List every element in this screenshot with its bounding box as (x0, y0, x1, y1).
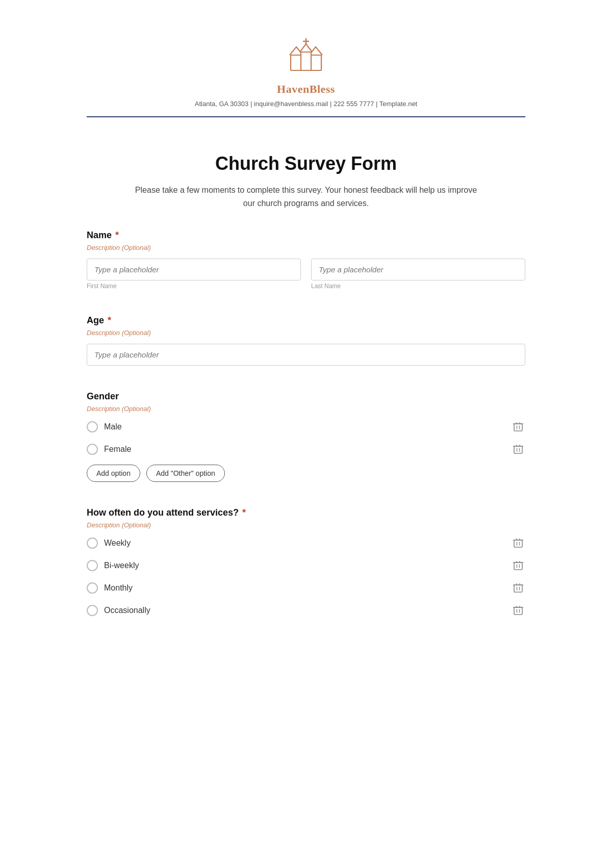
svg-rect-11 (514, 446, 522, 453)
radio-circle-female[interactable] (87, 444, 98, 455)
radio-label-male: Male (104, 422, 122, 431)
radio-label-weekly: Weekly (104, 539, 131, 548)
radio-circle-biweekly[interactable] (87, 560, 98, 571)
delete-biweekly-button[interactable] (511, 558, 525, 573)
form-description: Please take a few moments to complete th… (133, 184, 479, 210)
field-gender: Gender Description (Optional) Male (87, 391, 525, 482)
field-label-age: Age * (87, 315, 525, 326)
last-name-group: Last Name (311, 259, 525, 290)
radio-label-occasionally: Occasionally (104, 606, 150, 615)
radio-option-biweekly: Bi-weekly (87, 558, 525, 573)
radio-option-weekly: Weekly (87, 536, 525, 550)
field-label-name: Name * (87, 230, 525, 241)
first-name-input[interactable] (87, 259, 301, 280)
form-title: Church Survey Form (87, 153, 525, 174)
age-input[interactable] (87, 344, 525, 366)
field-description-attendance: Description (Optional) (87, 521, 525, 529)
required-indicator: * (105, 315, 111, 325)
form-title-section: Church Survey Form Please take a few mom… (87, 153, 525, 210)
field-description-gender: Description (Optional) (87, 405, 525, 413)
radio-circle-occasionally[interactable] (87, 605, 98, 616)
svg-rect-17 (514, 540, 522, 547)
name-inputs-row: First Name Last Name (87, 259, 525, 290)
last-name-input[interactable] (311, 259, 525, 280)
delete-female-button[interactable] (511, 442, 525, 456)
radio-label-female: Female (104, 445, 131, 454)
first-name-label: First Name (87, 283, 301, 290)
svg-rect-2 (291, 55, 302, 70)
radio-circle-weekly[interactable] (87, 538, 98, 549)
add-option-button-gender[interactable]: Add option (87, 465, 140, 482)
radio-option-female: Female (87, 442, 525, 456)
brand-name: HavenBless (87, 83, 525, 96)
field-age: Age * Description (Optional) (87, 315, 525, 366)
add-other-option-button-gender[interactable]: Add "Other" option (146, 465, 225, 482)
page-header: HavenBless Atlanta, GA 30303 | inquire@h… (87, 20, 525, 127)
radio-circle-male[interactable] (87, 421, 98, 432)
field-description-name: Description (Optional) (87, 244, 525, 251)
add-option-row-gender: Add option Add "Other" option (87, 465, 525, 482)
radio-label-monthly: Monthly (104, 583, 133, 593)
delete-occasionally-button[interactable] (511, 603, 525, 618)
header-divider (87, 116, 525, 117)
svg-rect-29 (514, 585, 522, 592)
radio-option-monthly: Monthly (87, 581, 525, 595)
first-name-group: First Name (87, 259, 301, 290)
radio-option-occasionally: Occasionally (87, 603, 525, 618)
field-label-gender: Gender (87, 391, 525, 402)
svg-rect-3 (310, 55, 321, 70)
svg-rect-23 (514, 563, 522, 570)
logo-icon (286, 36, 326, 79)
radio-option-male: Male (87, 420, 525, 434)
delete-weekly-button[interactable] (511, 536, 525, 550)
field-attendance: How often do you attend services? * Desc… (87, 507, 525, 618)
contact-info: Atlanta, GA 30303 | inquire@havenbless.m… (195, 100, 417, 108)
delete-monthly-button[interactable] (511, 581, 525, 595)
delete-male-button[interactable] (511, 420, 525, 434)
radio-circle-monthly[interactable] (87, 582, 98, 594)
svg-rect-5 (514, 424, 522, 431)
svg-rect-4 (301, 52, 311, 70)
required-indicator: * (113, 230, 119, 240)
field-label-attendance: How often do you attend services? * (87, 507, 525, 518)
last-name-label: Last Name (311, 283, 525, 290)
field-name: Name * Description (Optional) First Name… (87, 230, 525, 290)
svg-rect-35 (514, 607, 522, 615)
required-indicator: * (240, 507, 246, 518)
radio-label-biweekly: Bi-weekly (104, 561, 139, 570)
field-description-age: Description (Optional) (87, 329, 525, 337)
